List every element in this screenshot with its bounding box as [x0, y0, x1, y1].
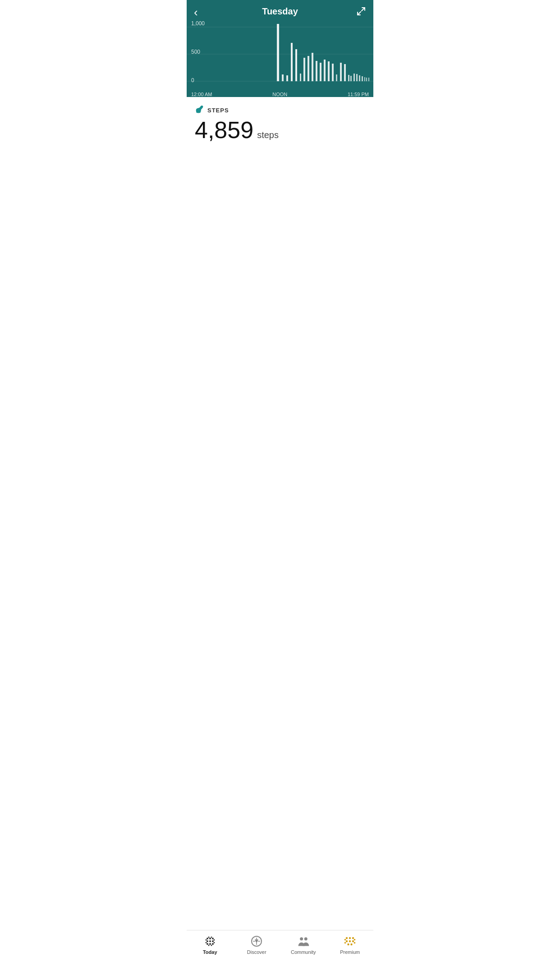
svg-rect-26 [359, 75, 360, 81]
y-label-mid: 500 [191, 49, 205, 55]
steps-unit: steps [257, 130, 279, 140]
x-label-start: 12:00 AM [191, 92, 212, 97]
svg-rect-27 [362, 76, 363, 81]
svg-rect-5 [277, 24, 279, 81]
svg-rect-28 [364, 77, 365, 81]
svg-rect-8 [291, 43, 293, 81]
svg-rect-29 [366, 78, 367, 81]
svg-rect-6 [282, 74, 284, 81]
y-label-top: 1,000 [191, 20, 205, 27]
header-bar: ‹ Tuesday [187, 0, 373, 20]
steps-value: 4,859 [195, 117, 253, 143]
back-button[interactable]: ‹ [194, 6, 198, 18]
svg-rect-19 [336, 74, 337, 81]
svg-rect-15 [320, 63, 321, 81]
steps-label: STEPS [207, 107, 229, 114]
steps-section: STEPS 4,859 steps [187, 97, 373, 150]
x-label-mid: NOON [272, 92, 287, 97]
svg-rect-22 [348, 75, 349, 81]
svg-rect-17 [328, 61, 330, 81]
svg-rect-30 [368, 78, 369, 81]
svg-line-0 [362, 8, 365, 11]
svg-rect-12 [308, 56, 309, 81]
y-label-bottom: 0 [191, 77, 205, 83]
svg-rect-10 [300, 74, 301, 81]
chart-section: ‹ Tuesday [187, 0, 373, 97]
steps-chart [187, 20, 373, 88]
svg-rect-24 [353, 74, 355, 81]
svg-line-1 [358, 12, 361, 15]
svg-rect-20 [340, 63, 342, 81]
chart-y-labels: 1,000 500 0 [191, 20, 205, 83]
x-label-end: 11:59 PM [348, 92, 369, 97]
svg-rect-18 [332, 64, 334, 81]
steps-label-row: STEPS [195, 105, 365, 116]
svg-rect-9 [295, 49, 297, 81]
steps-icon [195, 105, 205, 116]
expand-button[interactable] [356, 6, 366, 18]
svg-rect-25 [356, 74, 358, 81]
svg-rect-14 [316, 61, 317, 81]
page-title: Tuesday [262, 6, 298, 17]
svg-rect-7 [286, 75, 288, 81]
svg-rect-13 [312, 53, 313, 81]
svg-rect-23 [350, 76, 352, 81]
steps-value-row: 4,859 steps [195, 117, 365, 143]
svg-point-31 [196, 111, 201, 113]
chart-x-labels: 12:00 AM NOON 11:59 PM [191, 92, 369, 97]
svg-rect-21 [344, 64, 346, 81]
svg-rect-16 [324, 60, 326, 81]
chart-area: 1,000 500 0 12:00 AM NOON 11:59 PM [187, 20, 373, 97]
svg-rect-11 [303, 58, 305, 81]
